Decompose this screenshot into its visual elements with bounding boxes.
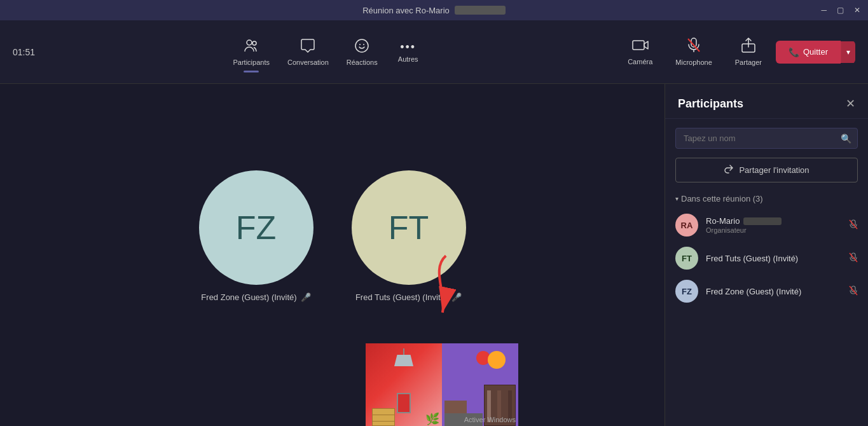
p-name-text-fz: Fred Zone (Guest) (Invité) xyxy=(706,287,801,296)
thumb-left: 🌿 xyxy=(366,343,442,426)
participant-name-text-ft: Fred Tuts (Guest) (Invité) xyxy=(355,292,448,302)
p-name-blur-ra xyxy=(743,217,782,225)
thumb-lamp xyxy=(394,348,413,366)
quit-button-group[interactable]: 📞 Quitter ▾ xyxy=(776,41,855,64)
lamp-cord xyxy=(403,348,404,355)
participant-name-ft: Fred Tuts (Guest) (Invité) 🎤 xyxy=(355,292,462,302)
avatar-ft-sidebar: FT xyxy=(675,247,698,270)
p-role-ra: Organisateur xyxy=(706,226,841,234)
thumb-plant: 🌿 xyxy=(425,412,439,426)
thumb-right xyxy=(442,343,518,426)
activate-windows-text: Activer Windows xyxy=(464,416,516,423)
lamp-shade xyxy=(394,355,413,366)
participant-tile-fz: FZ Fred Zone (Guest) (Invité) 🎤 xyxy=(199,170,313,302)
search-input[interactable] xyxy=(675,128,858,149)
camera-label: Caméra xyxy=(628,58,652,65)
camera-icon xyxy=(632,38,649,55)
p-name-ra: Ro-Mario xyxy=(706,216,841,226)
share-invite-button[interactable]: Partager l'invitation xyxy=(675,158,858,182)
sidebar-header: Participants ✕ xyxy=(665,84,868,119)
svg-point-4 xyxy=(363,44,364,45)
window-title: Réunion avec Ro-Mario xyxy=(362,6,506,15)
section-label-text: Dans cette réunion (3) xyxy=(681,194,763,203)
microphone-button[interactable]: Microphone xyxy=(666,32,720,71)
share-invite-label: Partager l'invitation xyxy=(739,165,809,175)
participant-name-fz: Fred Zone (Guest) (Invité) 🎤 xyxy=(201,292,310,302)
thumb-drawers xyxy=(372,408,395,426)
p-mic-icon-ft xyxy=(849,252,858,265)
share-invite-icon xyxy=(724,164,734,176)
close-button[interactable]: ✕ xyxy=(854,6,860,15)
window-controls[interactable]: ─ ▢ ✕ xyxy=(821,6,860,15)
toolbar-center: Participants Conversation Réactions xyxy=(225,33,428,71)
sidebar-title: Participants xyxy=(678,97,743,111)
others-label: Autres xyxy=(398,55,418,63)
svg-point-3 xyxy=(359,44,361,45)
participants-icon xyxy=(244,38,259,56)
sidebar-search[interactable]: 🔍 xyxy=(675,128,858,149)
p-name-fz: Fred Zone (Guest) (Invité) xyxy=(706,287,841,296)
p-name-ft: Fred Tuts (Guest) (Invité) xyxy=(706,254,841,263)
svg-point-0 xyxy=(247,40,252,45)
share-button[interactable]: Partager xyxy=(726,32,771,71)
sidebar-close-button[interactable]: ✕ xyxy=(846,97,855,111)
title-blur xyxy=(455,6,506,15)
conversation-button[interactable]: Conversation xyxy=(280,33,336,71)
section-label: ▾ Dans cette réunion (3) xyxy=(665,191,868,209)
p-mic-icon-fz xyxy=(849,285,858,298)
quit-dropdown-button[interactable]: ▾ xyxy=(841,41,855,63)
search-icon[interactable]: 🔍 xyxy=(841,134,851,144)
quit-label: Quitter xyxy=(803,47,828,57)
svg-point-2 xyxy=(355,39,368,52)
participants-button[interactable]: Participants xyxy=(225,33,277,71)
avatar-ra: RA xyxy=(675,214,698,237)
conversation-icon xyxy=(300,38,315,56)
p-info-fz: Fred Zone (Guest) (Invité) xyxy=(706,287,841,296)
chevron-icon: ▾ xyxy=(675,195,679,202)
video-area: FZ Fred Zone (Guest) (Invité) 🎤 FT Fred … xyxy=(0,84,665,426)
microphone-label: Microphone xyxy=(675,58,712,66)
avatar-fz: FZ xyxy=(199,170,313,285)
minimize-button[interactable]: ─ xyxy=(821,6,827,15)
mic-off-icon-fz: 🎤 xyxy=(301,292,311,302)
reactions-icon xyxy=(354,38,369,56)
quit-main-button[interactable]: 📞 Quitter xyxy=(776,41,841,64)
mic-off-icon-ft: 🎤 xyxy=(451,292,462,302)
drawer-line-1 xyxy=(373,415,394,415)
participant-tile-ft: FT Fred Tuts (Guest) (Invité) 🎤 xyxy=(352,170,466,302)
p-mic-icon-ra xyxy=(849,219,858,231)
preview-thumbnail: 🌿 xyxy=(366,343,518,426)
toolbar: 01:51 Participants Conversation xyxy=(0,20,868,84)
thumbnail-inner: 🌿 xyxy=(366,343,518,426)
participant-item-fz[interactable]: FZ Fred Zone (Guest) (Invité) xyxy=(665,275,868,308)
chevron-down-icon: ▾ xyxy=(846,48,850,57)
camera-button[interactable]: Caméra xyxy=(619,33,661,71)
share-label: Partager xyxy=(735,58,762,66)
toolbar-right: Caméra Microphone Partager xyxy=(619,32,855,71)
participant-item-ft[interactable]: FT Fred Tuts (Guest) (Invité) xyxy=(665,242,868,275)
main-area: FZ Fred Zone (Guest) (Invité) 🎤 FT Fred … xyxy=(0,84,868,426)
participants-grid: FZ Fred Zone (Guest) (Invité) 🎤 FT Fred … xyxy=(199,170,466,340)
participants-sidebar: Participants ✕ 🔍 Partager l'invitation ▾… xyxy=(665,84,868,426)
phone-icon: 📞 xyxy=(789,47,799,57)
p-info-ft: Fred Tuts (Guest) (Invité) xyxy=(706,254,841,263)
thumb-circle-orange xyxy=(488,351,506,369)
avatar-ft: FT xyxy=(352,170,466,285)
others-button[interactable]: ••• Autres xyxy=(388,36,429,68)
thumb-brown-rect xyxy=(444,401,467,413)
svg-rect-5 xyxy=(633,41,644,50)
avatar-fz-sidebar: FZ xyxy=(675,280,698,303)
conversation-label: Conversation xyxy=(287,58,329,66)
others-icon: ••• xyxy=(400,41,416,53)
microphone-icon xyxy=(687,38,701,56)
p-name-text-ra: Ro-Mario xyxy=(706,216,740,226)
participant-list: RA Ro-Mario Organisateur xyxy=(665,209,868,308)
thumb-door xyxy=(397,393,411,413)
share-icon xyxy=(741,38,755,56)
participant-name-text-fz: Fred Zone (Guest) (Invité) xyxy=(201,292,296,302)
p-name-text-ft: Fred Tuts (Guest) (Invité) xyxy=(706,254,798,263)
participant-item-ra[interactable]: RA Ro-Mario Organisateur xyxy=(665,209,868,242)
reactions-button[interactable]: Réactions xyxy=(339,33,385,71)
maximize-button[interactable]: ▢ xyxy=(837,6,844,15)
participants-label: Participants xyxy=(233,58,269,66)
